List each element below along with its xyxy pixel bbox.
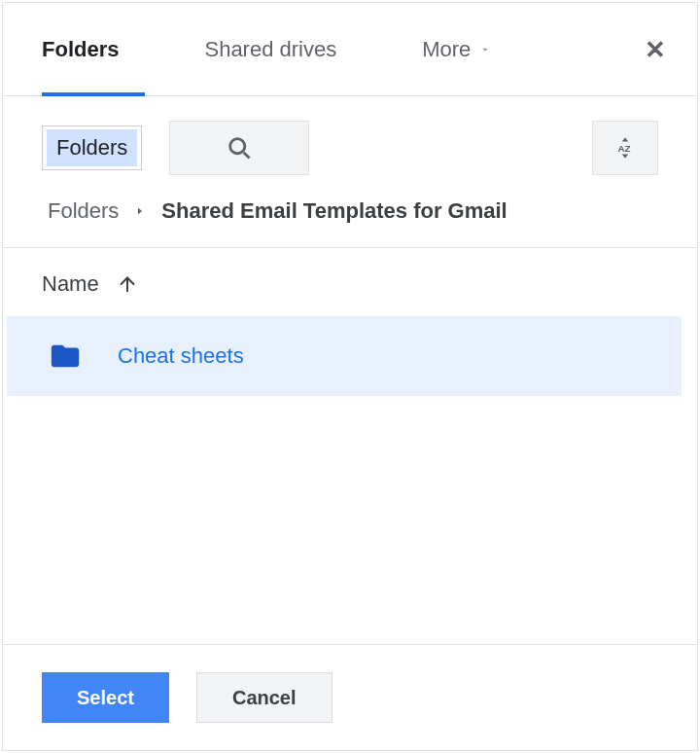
folders-filter-label: Folders <box>47 129 137 166</box>
chevron-down-icon <box>478 43 492 56</box>
dialog-footer: Select Cancel <box>3 644 697 750</box>
tab-folders[interactable]: Folders <box>42 4 119 95</box>
svg-point-0 <box>230 139 245 154</box>
sort-button[interactable]: AZ <box>592 121 658 175</box>
folders-filter-chip[interactable]: Folders <box>42 126 142 170</box>
breadcrumb-current: Shared Email Templates for Gmail <box>161 198 507 224</box>
spacer <box>3 396 697 644</box>
arrow-up-icon <box>117 273 138 295</box>
tab-bar: Folders Shared drives More ✕ <box>3 3 697 96</box>
list-item[interactable]: Cheat sheets <box>7 316 682 396</box>
tab-more-label: More <box>422 37 471 62</box>
cancel-button[interactable]: Cancel <box>196 672 332 723</box>
toolbar: Folders AZ <box>3 96 697 193</box>
active-tab-underline <box>42 92 145 96</box>
list-header[interactable]: Name <box>3 248 697 316</box>
tab-more[interactable]: More <box>422 4 492 95</box>
folder-name: Cheat sheets <box>118 343 244 369</box>
svg-text:AZ: AZ <box>617 143 630 154</box>
breadcrumb: Folders Shared Email Templates for Gmail <box>3 193 697 247</box>
search-icon <box>226 134 253 161</box>
select-button[interactable]: Select <box>42 672 169 723</box>
close-icon[interactable]: ✕ <box>645 37 666 62</box>
breadcrumb-root[interactable]: Folders <box>48 198 119 224</box>
sort-az-icon: AZ <box>612 135 638 161</box>
column-name-label: Name <box>42 271 99 297</box>
folder-icon <box>46 340 85 373</box>
svg-line-1 <box>244 153 250 159</box>
tab-shared-drives[interactable]: Shared drives <box>204 4 336 95</box>
file-picker-dialog: Folders Shared drives More ✕ Folders AZ … <box>2 2 698 751</box>
search-button[interactable] <box>169 121 309 175</box>
chevron-right-icon <box>134 204 146 218</box>
